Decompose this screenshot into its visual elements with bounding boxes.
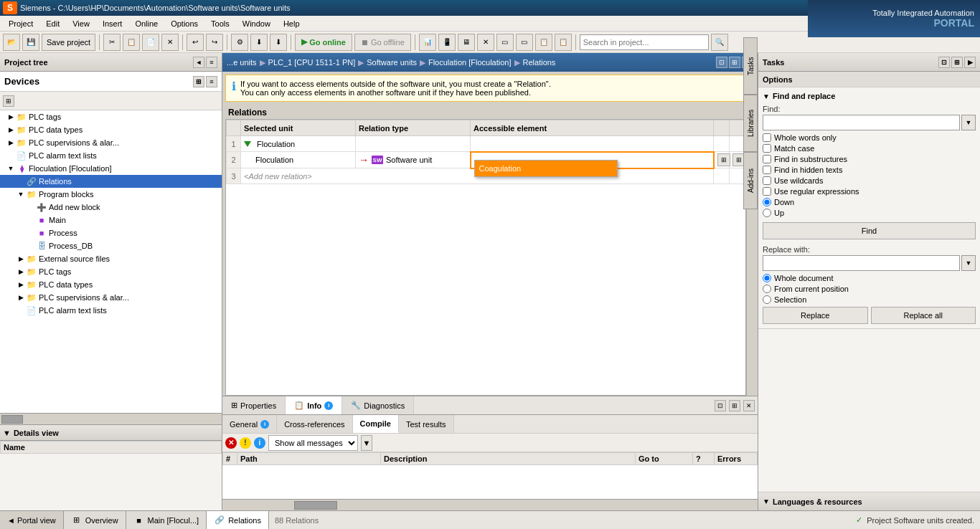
undo-button[interactable]: ↩	[187, 34, 204, 51]
status-tab-relations[interactable]: 🔗 Relations	[207, 511, 269, 530]
side-tab-libraries[interactable]: Libraries	[743, 95, 758, 152]
radio-whole-doc-input[interactable]	[763, 274, 771, 282]
menu-help[interactable]: Help	[278, 18, 306, 29]
tree-item-relations[interactable]: 🔗 Relations	[0, 175, 222, 188]
radio-down-input[interactable]	[763, 198, 771, 206]
search-input[interactable]	[580, 34, 709, 50]
menu-insert[interactable]: Insert	[97, 18, 128, 29]
filter-dropdown[interactable]: Show all messages	[268, 435, 358, 451]
tasks-toggle[interactable]: ⊡	[938, 57, 950, 68]
menu-tools[interactable]: Tools	[205, 18, 235, 29]
hscroll-thumb[interactable]	[1, 415, 23, 424]
filter-dropdown-btn[interactable]: ▼	[361, 435, 372, 451]
devices-toolbar-btn[interactable]: ⊞	[3, 95, 14, 107]
info-compile-icon[interactable]: i	[254, 437, 265, 449]
replace-all-button[interactable]: Replace all	[871, 307, 976, 324]
redo-button[interactable]: ↪	[206, 34, 223, 51]
download-button[interactable]: ⬇	[250, 34, 268, 51]
search-button[interactable]: 🔍	[711, 34, 728, 51]
tree-item-plc-supervisions-2[interactable]: ▶ 📁 PLC supervisions & alar...	[0, 291, 222, 304]
compile-tab-general[interactable]: General i	[222, 415, 277, 433]
status-tab-main[interactable]: ■ Main [Flocul...]	[126, 511, 207, 530]
tree-item-plc-tags-2[interactable]: ▶ 📁 PLC tags	[0, 265, 222, 278]
bottom-panel-close[interactable]: ✕	[743, 400, 755, 411]
replace-input[interactable]	[763, 255, 960, 271]
tab-properties[interactable]: ⊞ Properties	[222, 396, 286, 414]
menu-project[interactable]: Project	[3, 18, 39, 29]
tree-item-plc-alarm-texts[interactable]: 📄 PLC alarm text lists	[0, 149, 222, 162]
tool-btn-x[interactable]: ✕	[477, 34, 494, 51]
tree-item-plc-alarm-texts-2[interactable]: 📄 PLC alarm text lists	[0, 304, 222, 317]
tab-info[interactable]: 📋 Info i	[286, 396, 342, 414]
menu-edit[interactable]: Edit	[40, 18, 65, 29]
tool-btn-5[interactable]: ▭	[516, 34, 533, 51]
compile-tab-crossref[interactable]: Cross-references	[277, 415, 352, 433]
open-button[interactable]: 📂	[3, 34, 20, 51]
go-online-button[interactable]: ▶ Go online	[295, 34, 352, 51]
dropdown-item-coagulation[interactable]: Coagulation	[475, 161, 617, 176]
row-icon1[interactable]: ⊞	[714, 152, 730, 168]
tab-diagnostics[interactable]: 🔧 Diagnostics	[342, 396, 414, 414]
content-undock-btn[interactable]: ⊡	[716, 57, 727, 68]
delete-button[interactable]: ✕	[161, 34, 179, 51]
tool-btn-2[interactable]: 📱	[438, 34, 456, 51]
tree-item-program-blocks[interactable]: ▼ 📁 Program blocks	[0, 188, 222, 201]
expand-arrow[interactable]: ▼	[3, 429, 11, 437]
lang-resources-expand[interactable]: ▼	[763, 497, 770, 505]
tree-item-plc-supervisions[interactable]: ▶ 📁 PLC supervisions & alar...	[0, 136, 222, 149]
compile-tab-compile[interactable]: Compile	[353, 415, 399, 433]
bottom-hscroll-thumb[interactable]	[294, 501, 337, 510]
dropdown-list[interactable]: Coagulation	[474, 160, 618, 177]
cut-button[interactable]: ✂	[103, 34, 121, 51]
tree-item-process[interactable]: ■ Process	[0, 227, 222, 239]
project-tree-toggle[interactable]: ◄	[193, 57, 204, 68]
bottom-hscroll[interactable]	[222, 499, 758, 510]
tree-item-external-sources[interactable]: ▶ 📁 External source files	[0, 252, 222, 265]
whole-words-checkbox[interactable]	[763, 133, 771, 142]
find-dropdown-btn[interactable]: ▼	[961, 115, 976, 130]
menu-options[interactable]: Options	[165, 18, 204, 29]
match-case-checkbox[interactable]	[763, 144, 771, 153]
menu-window[interactable]: Window	[237, 18, 276, 29]
content-split-btn[interactable]: ⊞	[729, 57, 740, 68]
go-offline-button[interactable]: ⏹ Go offline	[354, 34, 411, 51]
tool-btn-3[interactable]: 🖥	[458, 34, 475, 51]
devices-list-btn[interactable]: ≡	[206, 76, 217, 87]
tree-item-floculation[interactable]: ▼ ⧫ Floculation [Floculation]	[0, 162, 222, 175]
tree-item-add-new-block[interactable]: ➕ Add new block	[0, 201, 222, 214]
project-tree-menu[interactable]: ≡	[206, 57, 217, 68]
tree-hscroll[interactable]	[0, 413, 222, 424]
find-button[interactable]: Find	[763, 222, 976, 239]
find-substructures-checkbox[interactable]	[763, 155, 771, 163]
bottom-panel-split[interactable]: ⊞	[729, 400, 740, 411]
tree-item-plc-tags[interactable]: ▶ 📁 PLC tags	[0, 110, 222, 123]
save-project-button[interactable]: Save project	[42, 34, 95, 51]
paste-button[interactable]: 📄	[142, 34, 159, 51]
menu-online[interactable]: Online	[129, 18, 164, 29]
tree-item-process-db[interactable]: 🗄 Process_DB	[0, 239, 222, 252]
table-icon-btn[interactable]: ⊞	[717, 153, 730, 166]
tree-item-main[interactable]: ■ Main	[0, 214, 222, 227]
bottom-panel-undock[interactable]: ⊡	[715, 400, 726, 411]
tool-btn-6[interactable]: 📋	[535, 34, 552, 51]
portal-view-button[interactable]: ◄ Portal view	[0, 511, 64, 530]
compile-button[interactable]: ⚙	[231, 34, 248, 51]
row-accessible-dropdown[interactable]: Coagulation	[471, 152, 714, 168]
find-replace-expand[interactable]: ▼	[763, 92, 770, 100]
wildcards-checkbox[interactable]	[763, 176, 771, 185]
side-tab-tasks[interactable]: Tasks	[743, 37, 758, 95]
regex-checkbox[interactable]	[763, 187, 771, 196]
radio-from-current-input[interactable]	[763, 285, 771, 293]
copy-button[interactable]: 📋	[123, 34, 140, 51]
find-input[interactable]	[763, 115, 960, 130]
expand-icon[interactable]	[244, 141, 251, 147]
status-tab-overview[interactable]: ⊞ Overview	[64, 511, 126, 530]
tool-btn-7[interactable]: 📋	[555, 34, 572, 51]
tool-btn-4[interactable]: ▭	[496, 34, 514, 51]
radio-selection-input[interactable]	[763, 295, 771, 304]
replace-dropdown-btn[interactable]: ▼	[961, 255, 976, 271]
radio-up-input[interactable]	[763, 209, 771, 217]
tool-btn-1[interactable]: 📊	[419, 34, 436, 51]
warning-icon[interactable]: !	[240, 437, 251, 449]
tree-item-plc-data-2[interactable]: ▶ 📁 PLC data types	[0, 278, 222, 291]
